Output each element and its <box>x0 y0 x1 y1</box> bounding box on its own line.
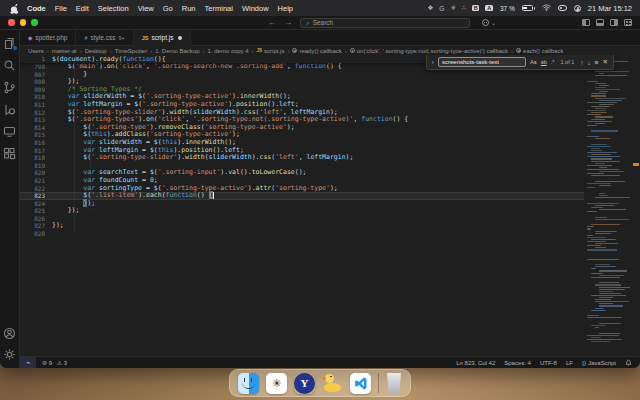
tab-spotter.php[interactable]: ◆spotter.php <box>20 30 76 45</box>
b-app-icon[interactable]: B <box>472 5 480 12</box>
remote-indicator[interactable]: ⌁ <box>20 357 36 368</box>
editor[interactable]: 1$(document).ready(function(){ 798 $('ma… <box>20 55 640 356</box>
menu-edit[interactable]: Edit <box>76 4 89 13</box>
status-ln-823-col-42[interactable]: Ln 823, Col 42 <box>456 360 495 366</box>
shield-icon[interactable]: ❖ <box>427 4 433 12</box>
close-window-button[interactable] <box>8 19 15 26</box>
toggle-secondary-sidebar-icon[interactable] <box>610 19 618 26</box>
menu-terminal[interactable]: Terminal <box>205 4 233 13</box>
line-number: 823 <box>20 192 52 200</box>
menu-items: CodeFileEditSelectionViewGoRunTerminalWi… <box>27 4 293 13</box>
breadcrumb-item[interactable]: 1. demo copy 4 <box>208 48 249 54</box>
menu-view[interactable]: View <box>138 4 154 13</box>
line-number: 826 <box>20 215 52 223</box>
explorer-icon[interactable] <box>3 36 16 49</box>
find-prev-button[interactable]: ↑ <box>580 59 583 66</box>
settings-gear-icon[interactable] <box>3 347 16 360</box>
menu-window[interactable]: Window <box>242 4 269 13</box>
line-number: 798 <box>20 63 52 71</box>
dock-trash-icon[interactable] <box>386 373 402 393</box>
customize-layout-icon[interactable] <box>624 19 632 26</box>
status-utf-8[interactable]: UTF-8 <box>540 360 557 366</box>
code-line-827[interactable]: 827}); <box>20 222 584 230</box>
menu-selection[interactable]: Selection <box>98 4 129 13</box>
extensions-icon[interactable] <box>3 146 16 159</box>
dock-duck-icon[interactable] <box>322 373 343 394</box>
dock-finder-icon[interactable] <box>238 373 259 394</box>
search-sidebar-icon[interactable] <box>3 58 16 71</box>
warning-icon: ⚠ <box>57 360 62 366</box>
dock-y-browser-icon[interactable]: Y <box>294 373 315 394</box>
match-case-toggle[interactable]: Aa <box>530 59 537 65</box>
status-javascript[interactable]: {}JavaScript <box>582 360 616 366</box>
account-icon[interactable] <box>3 326 16 339</box>
menu-help[interactable]: Help <box>278 4 293 13</box>
menu-code[interactable]: Code <box>27 4 46 13</box>
code-area[interactable]: 1$(document).ready(function(){ 798 $('ma… <box>20 55 584 356</box>
breadcrumb-item[interactable]: JSscript.js <box>257 48 285 54</box>
zoom-window-button[interactable] <box>31 19 38 26</box>
run-debug-icon[interactable] <box>3 102 16 115</box>
breadcrumb-item[interactable]: Users <box>28 48 44 54</box>
menu-file[interactable]: File <box>55 4 67 13</box>
remote-explorer-icon[interactable] <box>3 124 16 137</box>
minimap[interactable] <box>584 55 640 356</box>
search-icon: ⌕ <box>306 19 310 27</box>
breadcrumb-item[interactable]: on('click', '.sorting-type:not(.sorting-… <box>350 48 508 54</box>
status-lf[interactable]: LF <box>566 360 573 366</box>
copilot-menu[interactable]: ⌄ <box>482 19 496 26</box>
find-close-button[interactable]: ✕ <box>603 58 608 66</box>
dock: ✳ Y <box>229 369 411 397</box>
input-source-icon[interactable]: A <box>485 5 493 12</box>
g-app-icon[interactable]: G <box>439 5 444 12</box>
dock-vscode-icon[interactable] <box>350 373 371 394</box>
tab-script.js[interactable]: JSscript.js <box>134 30 192 46</box>
code-line-826[interactable]: 826 <box>20 215 584 223</box>
dock-chatgpt-icon[interactable]: ✳ <box>266 373 287 394</box>
breadcrumb-item[interactable]: 1. Demo Backup <box>155 48 199 54</box>
line-number: 828 <box>20 230 52 238</box>
code-line-824[interactable]: 824 }); <box>20 200 584 208</box>
status-spaces-4[interactable]: Spaces: 4 <box>504 360 531 366</box>
battery-icon[interactable] <box>522 5 535 11</box>
code-line-807[interactable]: 807 } <box>20 71 584 79</box>
find-toggle-chevron-icon[interactable]: › <box>432 59 434 66</box>
breadcrumb-item[interactable]: each() callback <box>516 48 563 54</box>
breadcrumb-item[interactable]: master-al <box>52 48 77 54</box>
find-next-button[interactable]: ↓ <box>588 59 591 66</box>
line-number: 814 <box>20 124 52 132</box>
apple-logo-icon[interactable] <box>10 4 18 13</box>
breadcrumb-item[interactable]: TimeSpotter <box>115 48 147 54</box>
command-center-search[interactable]: ⌕ Search <box>300 18 470 28</box>
toggle-primary-sidebar-icon[interactable] <box>582 19 590 26</box>
macos-menu-bar: CodeFileEditSelectionViewGoRunTerminalWi… <box>0 0 640 16</box>
wifi-icon[interactable] <box>542 4 551 13</box>
paw-app-icon[interactable]: ∴ <box>462 4 466 12</box>
control-center-icon[interactable] <box>558 5 567 11</box>
code-line-823[interactable]: 823 $('.list-item').each(function() { <box>20 192 584 200</box>
find-input[interactable] <box>438 57 526 67</box>
breadcrumb-item[interactable]: ready() callback <box>292 48 341 54</box>
asterisk-app-icon[interactable]: ✳ <box>450 4 455 12</box>
nav-forward-button[interactable]: → <box>284 18 292 27</box>
nav-back-button[interactable]: ← <box>268 18 276 27</box>
code-line-825[interactable]: 825 }); <box>20 207 584 215</box>
problems-indicator[interactable]: ⊘ 9 ⚠ 3 <box>42 359 67 366</box>
menu-go[interactable]: Go <box>163 4 173 13</box>
menu-run[interactable]: Run <box>182 4 196 13</box>
source-control-icon[interactable] <box>3 80 16 93</box>
find-in-selection-button[interactable]: ≡ <box>595 59 599 66</box>
breadcrumb-item[interactable]: Desktop <box>85 48 107 54</box>
menu-clock[interactable]: 21 Mar 15:12 <box>588 4 632 13</box>
tab-style.css[interactable]: #style.css9+ <box>76 30 133 45</box>
text-cursor <box>213 192 214 199</box>
title-bar[interactable]: ← → ⌕ Search ⌄ <box>0 16 640 30</box>
toggle-panel-icon[interactable] <box>596 19 604 26</box>
whole-word-toggle[interactable]: ab <box>541 59 547 65</box>
fast-user-switch-icon[interactable] <box>574 5 581 12</box>
notifications-bell-icon[interactable] <box>625 359 632 367</box>
minimize-window-button[interactable] <box>20 19 27 26</box>
code-line-828[interactable]: 828 <box>20 230 584 238</box>
code-line-818[interactable]: 818 $('.sorting-type-slider').width(slid… <box>20 154 584 162</box>
regex-toggle[interactable]: .* <box>551 59 555 65</box>
